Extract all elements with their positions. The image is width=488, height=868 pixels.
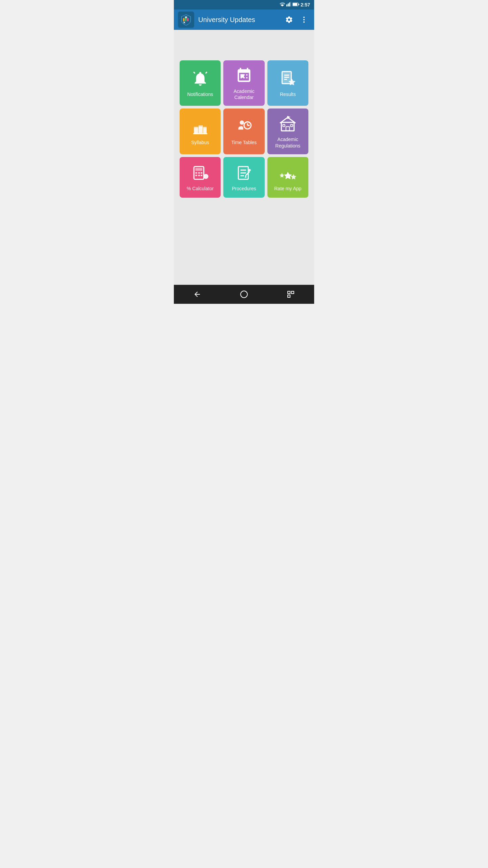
syllabus-button[interactable]: Syllabus [180, 108, 221, 154]
svg-point-15 [303, 21, 305, 23]
app-bar: University Updates [174, 9, 314, 30]
results-button[interactable]: Results [267, 60, 308, 106]
svg-rect-19 [241, 77, 242, 78]
svg-rect-33 [193, 133, 207, 134]
settings-button[interactable] [283, 14, 295, 26]
app-bar-actions [283, 14, 310, 26]
notifications-button[interactable]: Notifications [180, 60, 221, 106]
books-icon [192, 118, 209, 135]
app-logo [178, 12, 194, 28]
battery-icon [292, 2, 299, 8]
svg-rect-7 [183, 18, 185, 21]
svg-rect-5 [298, 4, 299, 5]
svg-rect-31 [203, 129, 206, 134]
svg-rect-20 [243, 77, 245, 78]
back-button[interactable] [187, 288, 207, 301]
svg-point-51 [203, 174, 208, 179]
svg-rect-49 [198, 175, 200, 176]
time-tables-button[interactable]: Time Tables [223, 108, 264, 154]
svg-rect-32 [203, 127, 206, 129]
svg-rect-28 [194, 127, 198, 129]
svg-rect-21 [246, 77, 247, 78]
calculator-icon [192, 164, 209, 181]
svg-rect-47 [201, 172, 202, 174]
academic-calendar-button[interactable]: Academic Calendar [223, 60, 264, 106]
signal-icon [286, 2, 291, 8]
time-tables-label: Time Tables [231, 139, 257, 145]
svg-rect-41 [291, 124, 293, 126]
svg-rect-50 [201, 175, 202, 176]
svg-rect-0 [286, 4, 287, 6]
svg-rect-2 [289, 2, 290, 6]
main-content: Notifications Academic Calendar [174, 30, 314, 285]
wifi-icon [280, 2, 285, 8]
svg-rect-39 [286, 127, 289, 131]
svg-line-56 [245, 171, 250, 175]
svg-point-34 [240, 121, 244, 125]
academic-regulations-label: Academic Regulations [271, 136, 305, 149]
results-icon [279, 70, 296, 87]
svg-rect-8 [185, 18, 187, 21]
svg-rect-46 [198, 172, 200, 174]
svg-rect-45 [195, 172, 197, 174]
svg-rect-16 [241, 74, 242, 76]
building-icon [279, 115, 296, 132]
academic-regulations-button[interactable]: Academic Regulations [267, 108, 308, 154]
svg-rect-3 [290, 2, 291, 6]
bell-icon [192, 70, 209, 87]
status-time: 2:57 [301, 2, 310, 7]
menu-grid: Notifications Academic Calendar [180, 60, 308, 198]
procedures-icon [236, 164, 252, 181]
results-label: Results [280, 91, 296, 97]
svg-rect-29 [198, 127, 203, 133]
stars-icon [279, 164, 296, 181]
svg-rect-17 [243, 74, 245, 76]
notifications-label: Notifications [187, 91, 213, 97]
svg-rect-18 [246, 74, 247, 76]
academic-calendar-label: Academic Calendar [227, 88, 261, 100]
svg-rect-27 [194, 129, 198, 134]
procedures-label: Procedures [232, 185, 256, 192]
rate-my-app-button[interactable]: Rate my App [267, 157, 308, 198]
svg-rect-40 [283, 124, 285, 126]
calendar-icon [236, 67, 252, 84]
home-button[interactable] [234, 288, 254, 301]
status-icons: 2:57 [280, 2, 310, 8]
svg-rect-58 [288, 291, 290, 294]
svg-rect-30 [198, 125, 203, 127]
bottom-nav [174, 285, 314, 304]
app-title: University Updates [198, 16, 279, 24]
procedures-button[interactable]: Procedures [223, 157, 264, 198]
svg-point-14 [303, 19, 305, 20]
svg-rect-60 [291, 291, 294, 294]
svg-rect-9 [187, 18, 189, 21]
calculator-button[interactable]: % Calculator [180, 157, 221, 198]
svg-point-13 [303, 17, 305, 18]
recents-button[interactable] [281, 288, 301, 301]
svg-rect-44 [195, 168, 202, 171]
svg-rect-59 [288, 295, 290, 297]
status-bar: 2:57 [174, 0, 314, 9]
timetable-icon [236, 118, 252, 135]
svg-rect-48 [195, 175, 197, 176]
more-options-button[interactable] [298, 14, 310, 26]
svg-rect-6 [293, 3, 297, 5]
syllabus-label: Syllabus [191, 139, 209, 145]
svg-point-57 [241, 291, 247, 298]
svg-rect-1 [288, 3, 289, 6]
calculator-label: % Calculator [187, 185, 214, 192]
rate-my-app-label: Rate my App [274, 185, 301, 192]
